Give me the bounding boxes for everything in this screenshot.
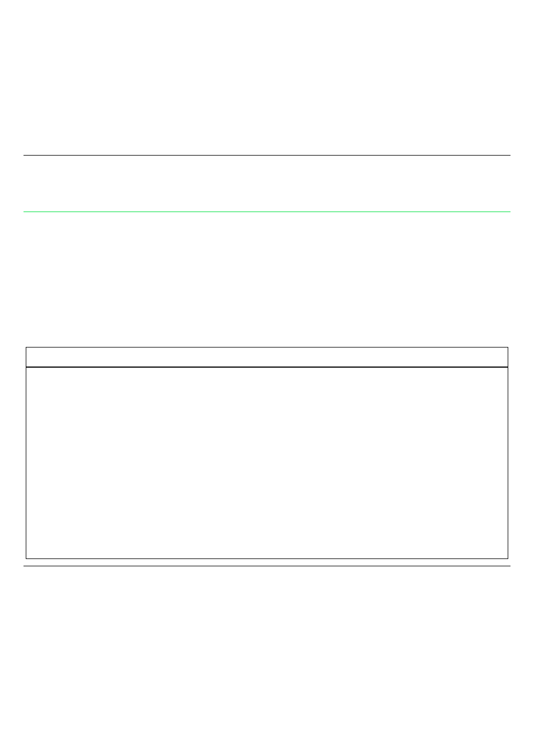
horizontal-divider-green bbox=[24, 212, 510, 212]
horizontal-divider-bottom bbox=[24, 566, 510, 566]
table-header-row bbox=[26, 347, 508, 367]
horizontal-divider-top bbox=[24, 155, 510, 156]
table-content-area bbox=[26, 367, 508, 559]
